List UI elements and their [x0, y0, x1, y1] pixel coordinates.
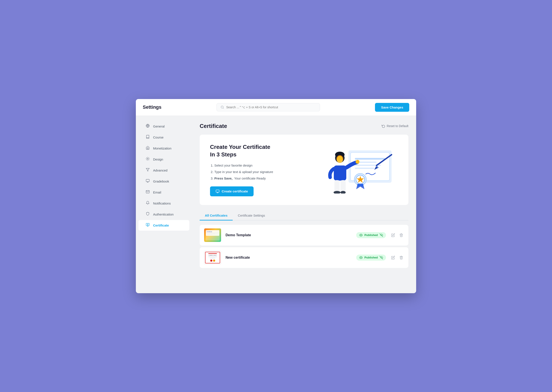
sidebar-item-monetization-label: Monetization	[153, 147, 172, 150]
banner-illustration	[320, 146, 398, 194]
sidebar-item-course-label: Course	[153, 135, 163, 139]
sidebar-item-general[interactable]: General	[138, 121, 189, 132]
sidebar-item-notifications-label: Notifications	[153, 202, 171, 205]
edit-icon-new	[391, 256, 395, 259]
cert-name-new: New certificate	[226, 256, 352, 259]
tabs: All Certificates Certificate Settings	[200, 211, 408, 220]
step-2: Type in your text & upload your signatur…	[214, 169, 273, 175]
svg-rect-18	[355, 158, 385, 160]
published-badge-demo: Published	[356, 232, 386, 238]
sidebar-item-certificate-label: Certificate	[153, 224, 169, 227]
eye-slash-icon-demo[interactable]	[380, 233, 383, 237]
create-cert-icon	[216, 189, 220, 193]
svg-rect-6	[146, 179, 149, 182]
tab-all-certificates[interactable]: All Certificates	[200, 211, 233, 220]
svg-point-43	[360, 257, 361, 258]
svg-marker-5	[146, 168, 149, 171]
cert-name-demo: Demo Template	[226, 233, 352, 237]
book-icon	[145, 135, 150, 140]
sidebar-item-general-label: General	[153, 125, 165, 128]
svg-rect-35	[334, 180, 340, 192]
design-icon	[145, 157, 150, 162]
sidebar-item-advanced-label: Advanced	[153, 168, 167, 172]
create-certificate-button[interactable]: Create certificate	[210, 186, 254, 196]
sidebar-item-email[interactable]: Email	[138, 187, 189, 198]
certificate-list: Certificate Demo Template Published	[200, 225, 408, 270]
shield-icon	[145, 212, 150, 217]
sidebar-item-gradebook-label: Gradebook	[153, 180, 169, 183]
delete-icon	[399, 233, 403, 237]
delete-button-new[interactable]	[399, 255, 404, 260]
sidebar-item-email-label: Email	[153, 190, 161, 194]
search-input[interactable]	[226, 105, 316, 109]
sidebar-item-authentication-label: Authentication	[153, 212, 173, 216]
edit-button-new[interactable]	[390, 255, 396, 260]
svg-point-40	[360, 235, 361, 236]
svg-line-1	[223, 108, 224, 109]
certificate-row: { student_name } New certificate	[200, 247, 408, 268]
edit-button-demo[interactable]	[390, 232, 396, 238]
svg-rect-13	[216, 190, 219, 192]
svg-point-12	[147, 224, 148, 225]
eye-icon	[359, 233, 363, 237]
app-window: Settings Save Changes General Course	[136, 99, 416, 293]
eye-slash-icon-new[interactable]	[380, 256, 383, 259]
gradebook-icon	[145, 179, 150, 184]
home-icon	[145, 146, 150, 151]
svg-point-4	[147, 158, 148, 159]
sidebar-item-course[interactable]: Course	[138, 132, 189, 143]
page-title: Certificate	[200, 123, 227, 129]
bell-icon	[145, 201, 150, 206]
search-bar[interactable]	[216, 103, 320, 111]
sidebar-item-authentication[interactable]: Authentication	[138, 209, 189, 220]
banner-text: Create Your Certificate In 3 Steps Selec…	[210, 143, 273, 196]
sidebar-item-certificate[interactable]: Certificate	[138, 220, 189, 231]
delete-button-demo[interactable]	[399, 232, 404, 238]
cert-thumbnail-demo: Certificate	[204, 228, 221, 242]
page-header: Certificate Reset to Default	[200, 123, 408, 129]
reset-label: Reset to Default	[387, 124, 408, 128]
published-label-demo: Published	[364, 233, 378, 237]
svg-point-33	[337, 156, 343, 161]
svg-rect-21	[355, 168, 374, 169]
search-icon	[221, 105, 224, 109]
main-content: Certificate Reset to Default Create Your…	[192, 116, 416, 277]
email-icon	[145, 190, 150, 195]
tab-certificate-settings[interactable]: Certificate Settings	[233, 211, 270, 220]
app-title: Settings	[143, 105, 161, 110]
cert-actions-demo	[390, 232, 404, 238]
certificate-illustration	[323, 146, 396, 194]
published-label-new: Published	[364, 256, 378, 259]
svg-rect-9	[146, 223, 149, 226]
globe-icon	[145, 124, 150, 129]
filter-icon	[145, 168, 150, 173]
certificate-icon	[145, 223, 150, 228]
save-button[interactable]: Save Changes	[375, 103, 409, 112]
banner-card: Create Your Certificate In 3 Steps Selec…	[200, 135, 408, 205]
reset-icon	[382, 124, 385, 128]
certificate-row: Certificate Demo Template Published	[200, 225, 408, 245]
create-btn-label: Create certificate	[222, 189, 248, 193]
step-1: Select your favorite design	[214, 162, 273, 169]
sidebar-item-advanced[interactable]: Advanced	[138, 165, 189, 176]
sidebar: General Course Monetization Design	[136, 116, 192, 277]
sidebar-item-gradebook[interactable]: Gradebook	[138, 176, 189, 187]
sidebar-item-monetization[interactable]: Monetization	[138, 143, 189, 154]
body-wrap: General Course Monetization Design	[136, 116, 416, 277]
cert-actions-new	[390, 255, 404, 260]
svg-point-37	[334, 191, 340, 194]
svg-rect-36	[340, 180, 346, 192]
eye-icon-new	[359, 256, 363, 259]
banner-steps: Select your favorite design Type in your…	[210, 162, 273, 182]
banner-heading: Create Your Certificate In 3 Steps	[210, 143, 273, 158]
step-3: Press Save, Your certificate Ready	[214, 175, 273, 182]
sidebar-item-notifications[interactable]: Notifications	[138, 198, 189, 209]
cert-thumbnail-new: { student_name }	[204, 251, 221, 265]
sidebar-item-design[interactable]: Design	[138, 154, 189, 165]
published-badge-new: Published	[356, 255, 386, 261]
reset-to-default-button[interactable]: Reset to Default	[382, 124, 408, 128]
edit-icon	[391, 233, 395, 237]
sidebar-item-design-label: Design	[153, 157, 163, 161]
delete-icon-new	[399, 256, 403, 259]
header: Settings Save Changes	[136, 99, 416, 116]
